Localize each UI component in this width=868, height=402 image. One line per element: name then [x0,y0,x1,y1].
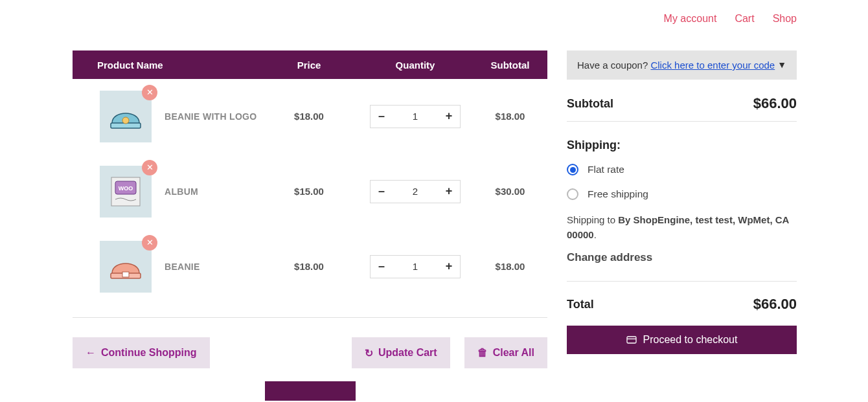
update-cart-button[interactable]: ↻ Update Cart [352,337,450,368]
qty-plus-button[interactable]: + [438,260,460,273]
qty-value[interactable]: 2 [393,186,438,197]
qty-minus-button[interactable]: – [371,184,393,198]
button-label: Update Cart [378,347,437,359]
album-icon: WOO [108,173,144,210]
proceed-to-checkout-button[interactable]: Proceed to checkout [567,326,797,354]
beanie-icon [108,104,143,129]
table-row: ✕ WOO ALBUM $15.00 – 2 + [73,154,547,229]
shipping-heading: Shipping: [567,139,797,152]
close-icon: ✕ [146,87,154,97]
button-label: Continue Shopping [101,347,197,359]
close-icon: ✕ [146,238,154,247]
subtotal-value: $66.00 [753,95,797,112]
divider [73,317,547,318]
chevron-down-icon: ▼ [777,60,786,70]
card-icon [626,335,637,345]
total-label: Total [567,298,594,311]
total-value: $66.00 [753,296,797,313]
table-row: ✕ BEANIE WITH LOGO $18.00 – 1 + $1 [73,79,547,154]
beanie-icon [108,254,143,280]
close-icon: ✕ [146,162,154,172]
remove-item-button[interactable]: ✕ [142,85,157,100]
th-quantity: Quantity [358,60,473,71]
subtotal-label: Subtotal [567,97,613,111]
product-price: $18.00 [260,111,358,122]
total-row: Total $66.00 [567,296,797,313]
th-subtotal: Subtotal [473,60,547,71]
continue-shopping-button[interactable]: ← Continue Shopping [73,337,210,368]
nav-shop[interactable]: Shop [773,13,797,25]
qty-minus-button[interactable]: – [371,109,393,123]
change-address-link[interactable]: Change address [567,251,797,264]
shipping-destination: Shipping to By ShopEngine, test test, Wp… [567,213,797,242]
svg-text:WOO: WOO [119,185,133,192]
arrow-left-icon: ← [86,347,96,359]
quantity-stepper: – 2 + [370,180,461,203]
th-price: Price [260,60,358,71]
svg-point-1 [122,117,129,124]
product-name[interactable]: BEANIE [152,262,260,272]
svg-rect-6 [122,272,129,277]
cart-table: Product Name Price Quantity Subtotal ✕ B… [73,50,547,401]
product-thumbnail: ✕ [100,241,152,293]
qty-value[interactable]: 1 [393,111,438,122]
shipping-option-free-shipping[interactable]: Free shipping [567,188,797,200]
refresh-icon: ↻ [365,347,373,359]
shipping-option-flat-rate[interactable]: Flat rate [567,164,797,175]
row-subtotal: $30.00 [473,186,547,197]
qty-plus-button[interactable]: + [438,109,460,123]
product-price: $15.00 [260,186,358,197]
clear-all-button[interactable]: 🗑 Clear All [464,337,547,368]
row-subtotal: $18.00 [473,261,547,272]
coupon-lead: Have a coupon? [577,60,650,71]
product-name[interactable]: BEANIE WITH LOGO [152,111,260,122]
radio-selected-icon [567,164,578,175]
table-row: ✕ BEANIE $18.00 – 1 + $18.00 [73,229,547,304]
coupon-link[interactable]: Click here to enter your code [650,60,775,71]
product-price: $18.00 [260,261,358,272]
cart-table-header: Product Name Price Quantity Subtotal [73,50,547,79]
coupon-toggle[interactable]: Have a coupon? Click here to enter your … [567,50,797,80]
trash-icon: 🗑 [477,347,488,359]
shipping-option-label: Flat rate [588,164,624,175]
button-label: Clear All [493,347,534,359]
quantity-stepper: – 1 + [370,255,461,278]
quantity-stepper: – 1 + [370,105,461,128]
qty-value[interactable]: 1 [393,261,438,272]
subtotal-row: Subtotal $66.00 [567,80,797,122]
top-nav: My account Cart Shop [664,13,797,25]
checkout-bar-partial[interactable] [265,381,356,401]
product-thumbnail: ✕ WOO [100,166,152,218]
cart-actions: ← Continue Shopping ↻ Update Cart 🗑 Clea… [73,337,547,368]
th-product: Product Name [73,60,260,71]
divider [567,281,797,282]
nav-my-account[interactable]: My account [664,13,717,25]
qty-plus-button[interactable]: + [438,184,460,198]
nav-cart[interactable]: Cart [735,13,754,25]
shipping-option-label: Free shipping [588,188,648,200]
remove-item-button[interactable]: ✕ [142,235,157,251]
cart-summary: Have a coupon? Click here to enter your … [567,50,797,401]
svg-rect-7 [627,337,636,343]
radio-unselected-icon [567,188,578,200]
row-subtotal: $18.00 [473,111,547,122]
product-thumbnail: ✕ [100,91,152,142]
qty-minus-button[interactable]: – [371,260,393,273]
remove-item-button[interactable]: ✕ [142,160,157,175]
product-name[interactable]: ALBUM [152,186,260,197]
button-label: Proceed to checkout [643,334,738,346]
